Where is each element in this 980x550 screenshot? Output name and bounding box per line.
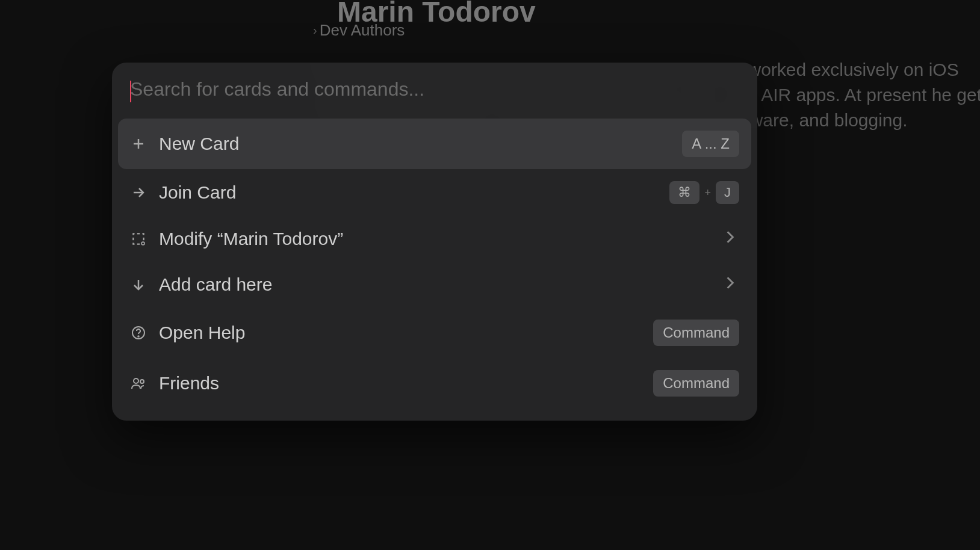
command-palette: New Card A ... Z Join Card ⌘ + J [112, 63, 757, 421]
shortcut-key-j: J [716, 181, 739, 204]
arrow-down-icon [130, 276, 147, 293]
help-icon [130, 324, 147, 341]
chevron-right-icon [726, 276, 739, 293]
breadcrumb[interactable]: › Dev Authors [313, 21, 405, 40]
command-open-help[interactable]: Open Help Command [118, 307, 751, 358]
command-shortcut: A ... Z [682, 131, 739, 157]
chevron-right-icon: › [313, 23, 317, 37]
command-new-card[interactable]: New Card A ... Z [118, 119, 751, 169]
svg-point-9 [134, 379, 138, 383]
command-friends[interactable]: Friends Command [118, 358, 751, 409]
command-label: Friends [159, 373, 641, 394]
command-label: Modify “Marin Todorov” [159, 229, 714, 249]
shortcut-text: A ... Z [682, 131, 739, 157]
command-shortcut: Command [653, 320, 739, 346]
shortcut-key-cmd: ⌘ [669, 181, 699, 204]
command-add-card-here[interactable]: Add card here [118, 262, 751, 307]
plus-icon [130, 135, 147, 152]
friends-icon [130, 375, 147, 392]
command-shortcut: Command [653, 370, 739, 397]
svg-point-8 [138, 336, 139, 337]
shortcut-plus: + [704, 187, 711, 199]
svg-point-10 [140, 380, 144, 383]
text-cursor [130, 81, 131, 102]
search-input[interactable] [130, 78, 739, 100]
command-label: New Card [159, 134, 670, 154]
shortcut-badge: Command [653, 320, 739, 346]
command-label: Join Card [159, 182, 657, 203]
command-label: Add card here [159, 274, 714, 295]
command-join-card[interactable]: Join Card ⌘ + J [118, 169, 751, 216]
arrow-right-icon [130, 184, 147, 201]
shortcut-badge: Command [653, 370, 739, 397]
breadcrumb-label: Dev Authors [320, 21, 405, 40]
command-modify[interactable]: Modify “Marin Todorov” [118, 216, 751, 262]
command-shortcut: ⌘ + J [669, 181, 739, 204]
search-input-wrapper [112, 63, 757, 113]
command-label: Open Help [159, 323, 641, 343]
command-list: New Card A ... Z Join Card ⌘ + J [112, 113, 757, 421]
modify-icon [130, 230, 147, 247]
chevron-right-icon [726, 230, 739, 247]
